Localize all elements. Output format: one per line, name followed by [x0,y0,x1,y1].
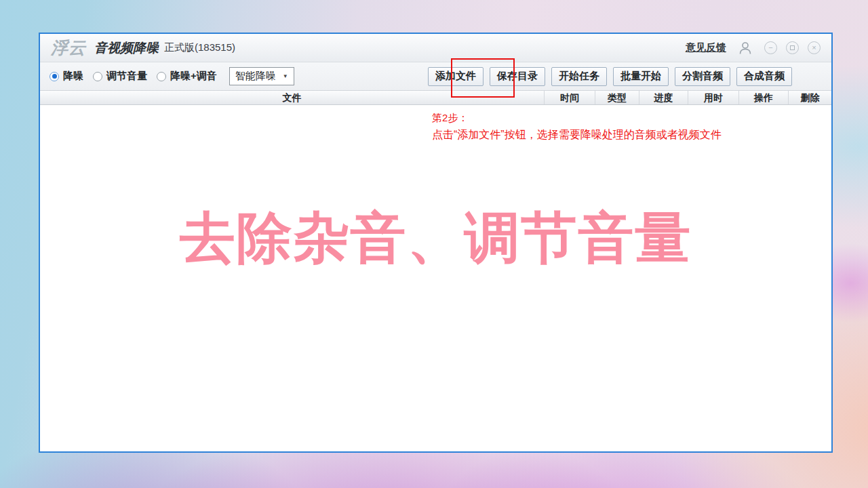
radio-denoise-label: 降噪 [63,70,83,83]
tutorial-step-text: 点击“添加文件”按钮，选择需要降噪处理的音频或者视频文件 [432,126,722,144]
app-window: 浮云 音视频降噪 正式版(183515) 意见反馈 − × 降噪 [39,33,833,453]
chevron-down-icon: ▼ [283,73,288,79]
file-table-header: 文件 时间 类型 进度 用时 操作 删除 [40,91,831,105]
batch-start-button[interactable]: 批量开始 [613,67,669,86]
radio-circle-icon [93,72,102,81]
dropdown-value: 智能降噪 [235,70,276,83]
close-button[interactable]: × [808,41,821,54]
user-icon[interactable] [738,41,753,56]
maximize-button[interactable] [786,41,799,54]
mode-radio-group: 降噪 调节音量 降噪+调音 [50,70,217,83]
radio-adjust-volume[interactable]: 调节音量 [93,70,147,83]
radio-circle-icon [157,72,166,81]
save-dir-button[interactable]: 保存目录 [490,67,545,86]
tutorial-step-title: 第2步： [432,109,722,126]
radio-adjust-volume-label: 调节音量 [106,70,147,83]
radio-denoise-plus-tune-label: 降噪+调音 [170,70,217,83]
app-title: 音视频降噪 [94,39,159,57]
version-label: 正式版(183515) [164,41,235,54]
toolbar: 降噪 调节音量 降噪+调音 智能降噪 ▼ 添加文件 保存目录 开始任务 [40,62,831,91]
file-list-area: 第2步： 点击“添加文件”按钮，选择需要降噪处理的音频或者视频文件 去除杂音、调… [40,105,831,451]
titlebar: 浮云 音视频降噪 正式版(183515) 意见反馈 − × [40,34,831,62]
split-audio-button[interactable]: 分割音频 [675,67,730,86]
column-header-progress[interactable]: 进度 [639,91,688,104]
add-file-button[interactable]: 添加文件 [428,67,484,86]
denoise-mode-dropdown[interactable]: 智能降噪 ▼ [229,67,294,85]
column-header-type[interactable]: 类型 [595,91,639,104]
merge-audio-button[interactable]: 合成音频 [736,67,792,86]
feedback-link[interactable]: 意见反馈 [686,41,726,54]
desktop-background: 浮云 音视频降噪 正式版(183515) 意见反馈 − × 降噪 [0,0,868,488]
column-header-delete[interactable]: 删除 [788,91,831,104]
titlebar-controls: 意见反馈 − × [686,41,821,56]
minimize-button[interactable]: − [764,41,777,54]
radio-circle-icon [50,72,59,81]
toolbar-button-group: 添加文件 保存目录 开始任务 批量开始 分割音频 合成音频 [428,67,792,86]
restore-icon [790,45,795,50]
column-header-time[interactable]: 时间 [544,91,595,104]
radio-denoise-plus-tune[interactable]: 降噪+调音 [157,70,217,83]
app-logo: 浮云 [51,37,86,59]
column-header-duration[interactable]: 用时 [688,91,738,104]
column-header-action[interactable]: 操作 [738,91,788,104]
radio-denoise[interactable]: 降噪 [50,70,83,83]
start-task-button[interactable]: 开始任务 [551,67,607,86]
tutorial-annotation: 第2步： 点击“添加文件”按钮，选择需要降噪处理的音频或者视频文件 [432,109,722,144]
column-header-file[interactable]: 文件 [40,91,544,104]
watermark-text: 去除杂音、调节音量 [40,201,831,276]
